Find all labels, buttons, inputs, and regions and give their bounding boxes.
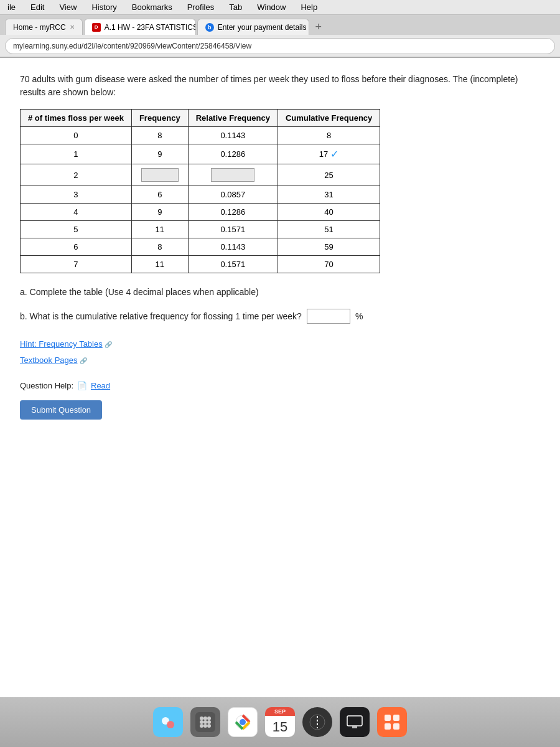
dock-bypass-icon[interactable] — [302, 707, 332, 737]
table-row-times-5: 5 — [21, 221, 132, 238]
table-row-freq-4: 9 — [131, 204, 188, 221]
table-row-cum-7: 70 — [278, 256, 380, 273]
menu-tab[interactable]: Tab — [226, 1, 245, 13]
svg-point-14 — [240, 719, 246, 725]
tab-hw-favicon: D — [92, 23, 101, 32]
read-link[interactable]: Read — [91, 381, 110, 390]
table-row-freq-6: 8 — [131, 238, 188, 256]
svg-point-12 — [207, 724, 211, 728]
svg-point-7 — [200, 720, 203, 724]
dock-chrome-icon[interactable] — [228, 707, 258, 737]
tab-hw-label: A.1 HW - 23FA STATISTICS (81 — [105, 23, 196, 32]
svg-point-10 — [200, 724, 203, 728]
dock-launchpad-icon[interactable] — [190, 707, 220, 737]
svg-point-2 — [167, 721, 174, 728]
table-row-cum-0: 8 — [278, 127, 380, 144]
table-row-freq-3: 6 — [131, 186, 188, 204]
table-row-rel-6: 0.1143 — [188, 238, 278, 256]
table-row-freq-7: 11 — [131, 256, 188, 273]
question-intro: 70 adults with gum disease were asked th… — [20, 73, 540, 99]
table-row-freq-2[interactable] — [131, 164, 188, 186]
tab-home-label: Home - myRCC — [13, 23, 66, 32]
textbook-pages-icon: 🔗 — [80, 357, 87, 364]
menu-profiles[interactable]: Profiles — [185, 1, 217, 13]
tab-payment[interactable]: b Enter your payment details | ba ✕ — [197, 19, 309, 35]
hints-section: Hint: Frequency Tables 🔗 Textbook Pages … — [20, 336, 540, 369]
table-row-rel-5: 0.1571 — [188, 221, 278, 238]
part-b-answer-input[interactable] — [307, 309, 350, 324]
table-row-times-1: 1 — [21, 144, 132, 164]
part-b-unit: % — [355, 311, 363, 321]
menu-help[interactable]: Help — [298, 1, 320, 13]
menu-ile[interactable]: ile — [5, 1, 18, 13]
table-row-freq-1: 9 — [131, 144, 188, 164]
svg-rect-18 — [352, 726, 357, 728]
question-help-label: Question Help: — [20, 381, 73, 390]
table-row-times-4: 4 — [21, 204, 132, 221]
svg-rect-22 — [393, 723, 399, 730]
calendar-day: 15 — [265, 716, 295, 737]
svg-point-6 — [207, 716, 211, 720]
svg-point-9 — [207, 720, 211, 724]
address-bar[interactable]: mylearning.suny.edu/d2l/le/content/92096… — [5, 38, 555, 54]
menu-bar: ile Edit View History Bookmarks Profiles… — [0, 0, 560, 15]
menu-view[interactable]: View — [57, 1, 79, 13]
col-header-times: # of times floss per week — [21, 110, 132, 127]
tab-home-close[interactable]: ✕ — [70, 24, 75, 31]
menu-history[interactable]: History — [89, 1, 119, 13]
table-row-cum-1: 17✓ — [278, 144, 380, 164]
dock-finder-icon[interactable] — [153, 707, 183, 737]
verified-check-icon-1: ✓ — [330, 148, 338, 160]
freq-input-2[interactable] — [141, 168, 179, 182]
menu-window[interactable]: Window — [254, 1, 288, 13]
menu-edit[interactable]: Edit — [28, 1, 47, 13]
table-row-freq-0: 8 — [131, 127, 188, 144]
table-row-cum-5: 51 — [278, 221, 380, 238]
question-help-row: Question Help: 📄 Read — [20, 381, 540, 390]
table-row-cum-3: 31 — [278, 186, 380, 204]
submit-question-button[interactable]: Submit Question — [20, 400, 102, 420]
tab-hw-statistics[interactable]: D A.1 HW - 23FA STATISTICS (81 ✕ — [84, 19, 196, 35]
rel-freq-input-2[interactable] — [211, 168, 254, 182]
table-row-times-0: 0 — [21, 127, 132, 144]
part-b-row: b. What is the cumulative relative frequ… — [20, 309, 540, 324]
table-row-rel-1: 0.1286 — [188, 144, 278, 164]
cum-value-1: 17 — [319, 149, 328, 159]
frequency-tables-icon: 🔗 — [105, 341, 112, 348]
svg-rect-21 — [385, 723, 391, 730]
calendar-month: SEP — [265, 707, 295, 716]
col-header-rel-freq: Relative Frequency — [188, 110, 278, 127]
svg-point-4 — [200, 716, 203, 720]
part-a-text: a. Complete the table (Use 4 decimal pla… — [20, 286, 540, 299]
svg-rect-19 — [385, 715, 391, 721]
table-row-rel-4: 0.1286 — [188, 204, 278, 221]
svg-point-5 — [203, 716, 207, 720]
menu-bookmarks[interactable]: Bookmarks — [129, 1, 175, 13]
table-row-freq-5: 11 — [131, 221, 188, 238]
table-row-rel-7: 0.1571 — [188, 256, 278, 273]
tab-payment-favicon: b — [205, 23, 214, 32]
table-row-cum-2: 25 — [278, 164, 380, 186]
doc-icon: 📄 — [77, 381, 87, 390]
dock-calendar-icon[interactable]: SEP 15 — [265, 707, 295, 737]
tab-home-myrcc[interactable]: Home - myRCC ✕ — [5, 19, 83, 35]
part-b-text: b. What is the cumulative relative frequ… — [20, 311, 302, 321]
svg-point-8 — [203, 720, 207, 724]
page-content: 70 adults with gum disease were asked th… — [0, 58, 560, 698]
tab-payment-label: Enter your payment details | ba — [218, 23, 309, 32]
tab-add-button[interactable]: + — [310, 19, 327, 35]
table-row-times-6: 6 — [21, 238, 132, 256]
table-row-cum-4: 40 — [278, 204, 380, 221]
dock-mosaic-icon[interactable] — [377, 707, 407, 737]
browser-chrome: Home - myRCC ✕ D A.1 HW - 23FA STATISTIC… — [0, 15, 560, 58]
table-row-rel-3: 0.0857 — [188, 186, 278, 204]
frequency-tables-link[interactable]: Hint: Frequency Tables — [20, 339, 103, 349]
dock-screen-icon[interactable] — [340, 707, 370, 737]
svg-rect-20 — [393, 715, 399, 721]
address-bar-row: mylearning.suny.edu/d2l/le/content/92096… — [0, 35, 560, 57]
table-row-rel-2[interactable] — [188, 164, 278, 186]
col-header-cum-freq: Cumulative Frequency — [278, 110, 380, 127]
table-row-times-3: 3 — [21, 186, 132, 204]
textbook-pages-link[interactable]: Textbook Pages — [20, 355, 78, 365]
table-row-times-2: 2 — [21, 164, 132, 186]
